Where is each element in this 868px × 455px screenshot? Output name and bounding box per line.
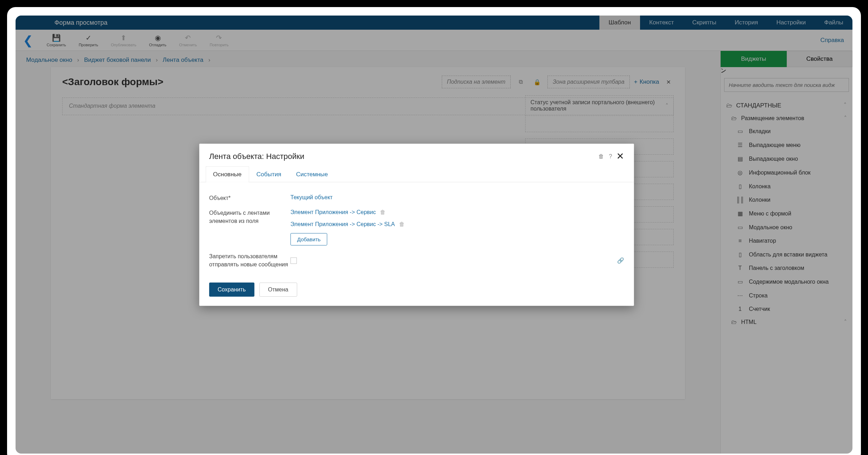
modal-save-button[interactable]: Сохранить [209,283,254,297]
tab-properties[interactable]: Свойства [787,51,853,67]
folder-open-icon: 🗁 [731,319,738,325]
label-deny: Запретить пользователям отправлять новые… [209,253,291,268]
content-icon: ▭ [736,278,744,285]
chevron-up-icon: ˄ [844,115,847,122]
object-value[interactable]: Текущий объект [291,194,333,201]
help-link[interactable]: Справка [820,37,852,44]
toolbar: ❮ 💾 Сохранить ✓ Проверить ⬆ Опубликовать… [16,30,852,51]
row-icon: ⋯ [736,292,744,299]
add-button-button[interactable]: + Кнопка [634,78,659,85]
tab-context[interactable]: Контекст [640,16,683,30]
tab-widgets[interactable]: Виджеты [721,51,787,67]
lock-icon[interactable]: 🔒 [531,76,543,88]
widget-form-menu[interactable]: ▦Меню с формой [726,207,847,220]
close-icon[interactable]: ✕ [663,79,674,85]
formmenu-icon: ▦ [736,210,744,217]
widget-titled-panel[interactable]: TПанель с заголовком [726,261,847,275]
group-layout[interactable]: 🗁 Размещение элементов ˄ [726,112,847,124]
tab-history[interactable]: История [726,16,767,30]
breadcrumb: Модальное окно › Виджет боковой панели ›… [16,51,720,67]
folder-open-icon: 🗁 [726,102,733,109]
modal-tabs: Основные События Системные [199,166,634,182]
subscribe-zone[interactable]: Подписка на элемент [442,76,511,88]
columns-icon: ║║ [736,197,744,203]
copy-icon[interactable]: ⧉ [515,76,527,88]
check-icon: ✓ [86,34,92,42]
trash-icon[interactable]: 🗑 [399,221,405,228]
save-icon: 💾 [52,34,61,42]
help-icon[interactable]: ? [609,153,612,159]
publish-button[interactable]: ⬆ Опубликовать [105,34,143,47]
widget-columns[interactable]: ║║Колонки [726,193,847,207]
modal-icon: ▭ [736,224,744,231]
chevron-up-icon: ˄ [844,319,847,325]
widget-modal-content[interactable]: ▭Содержимое модального окна [726,275,847,289]
modal-cancel-button[interactable]: Отмена [259,283,297,297]
tabs-icon: ▭ [736,128,744,135]
group-html[interactable]: 🗁 HTML ˄ [726,316,847,328]
breadcrumb-feed[interactable]: Лента объекта [163,57,203,64]
redo-button[interactable]: ↷ Повторить [203,34,235,47]
back-button[interactable]: ❮ [16,33,40,47]
undo-button[interactable]: ↶ Отменить [173,34,203,47]
widget-info-block[interactable]: ◎Информационный блок [726,166,847,179]
upload-icon: ⬆ [121,34,127,42]
widget-insert-area[interactable]: ▯Область для вставки виджета [726,248,847,261]
trash-icon[interactable]: 🗑 [598,153,604,159]
link-icon[interactable]: 🔗 [617,257,624,264]
toolbar-extension-zone: Зона расширения тулбара [553,79,624,85]
chevron-right-icon: › [156,57,158,64]
label-object: Объект* [209,194,291,202]
add-merge-button[interactable]: Добавить [291,233,327,246]
save-button[interactable]: 💾 Сохранить [40,34,72,47]
check-button[interactable]: ✓ Проверить [72,34,105,47]
modal-tab-events[interactable]: События [249,166,288,182]
titlebar: Форма просмотра Шаблон Контекст Скрипты … [16,16,852,30]
column-icon: ▯ [736,183,744,190]
tab-settings[interactable]: Настройки [767,16,815,30]
counter-icon: 1 [736,306,744,312]
chevron-right-icon: › [209,57,211,64]
modal-tab-main[interactable]: Основные [206,166,249,182]
info-icon: ◎ [736,169,744,176]
widget-modal[interactable]: ▭Модальное окно [726,220,847,234]
merge-item[interactable]: Элемент Приложения -> Сервис [291,209,376,215]
trash-icon[interactable]: 🗑 [380,209,386,215]
tab-scripts[interactable]: Скрипты [683,16,726,30]
redo-icon: ↷ [216,34,222,42]
widget-search-input[interactable] [724,78,849,92]
widget-row[interactable]: ⋯Строка [726,289,847,302]
widget-tabs[interactable]: ▭Вкладки [726,124,847,138]
undo-icon: ↶ [185,34,191,42]
folder-open-icon: 🗁 [731,115,738,122]
form-title: <Заголовок формы> [62,76,163,88]
panel-icon: T [736,265,744,271]
breadcrumb-modal[interactable]: Модальное окно [26,57,72,64]
breadcrumb-sidebar-widget[interactable]: Виджет боковой панели [84,57,151,64]
navigator-icon: ≡ [736,238,744,244]
debug-button[interactable]: ◉ Отладить [143,34,173,47]
dropdown-icon: ▤ [736,155,744,162]
modal-tab-system[interactable]: Системные [289,166,335,182]
deny-checkbox[interactable] [291,258,297,264]
widget-column[interactable]: ▯Колонка [726,179,847,193]
status-widget[interactable]: Статус учетной записи портального (внешн… [525,95,674,132]
widget-dropdown-window[interactable]: ▤Выпадающее окно [726,152,847,166]
app-window: Форма просмотра Шаблон Контекст Скрипты … [16,16,852,454]
chevron-up-icon: ˄ [844,102,847,109]
widget-navigator[interactable]: ≡Навигатор [726,234,847,248]
tab-files[interactable]: Файлы [815,16,852,30]
tab-template[interactable]: Шаблон [599,16,640,30]
target-icon: ◉ [155,34,161,42]
titlebar-tabs: Шаблон Контекст Скрипты История Настройк… [599,16,852,30]
widget-dropdown-menu[interactable]: ☰Выпадающее меню [726,138,847,152]
slot-icon: ▯ [736,251,744,258]
close-icon[interactable]: ✕ [616,151,624,162]
chevron-up-icon[interactable]: ˄ [665,102,668,109]
widget-counter[interactable]: 1Счетчик [726,302,847,316]
merge-item[interactable]: Элемент Приложения -> Сервис -> SLA [291,221,395,228]
plus-icon: + [634,78,638,85]
menu-icon: ☰ [736,142,744,148]
chevron-right-icon: › [77,57,79,64]
group-standard[interactable]: 🗁 СТАНДАРТНЫЕ ˄ [726,99,847,112]
